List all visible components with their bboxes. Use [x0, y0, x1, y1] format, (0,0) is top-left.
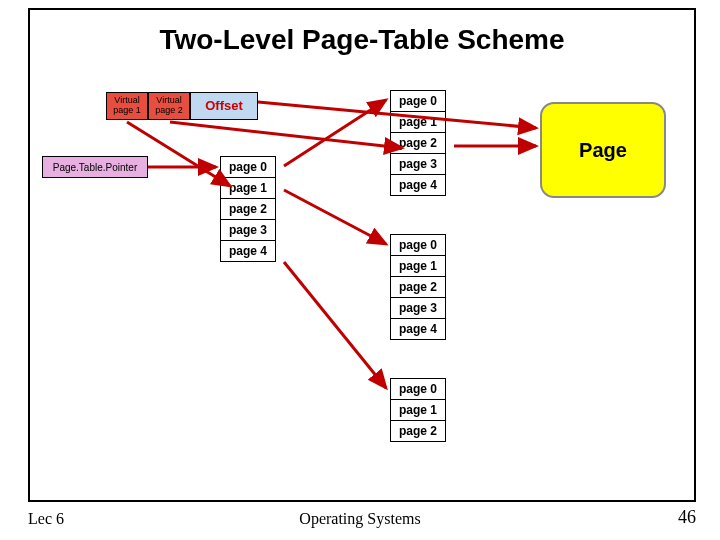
arrow-vp2-l2 [170, 122, 402, 148]
l2a-cell: page 3 [391, 154, 446, 175]
level2-table-b: page 0 page 1 page 2 page 3 page 4 [390, 234, 446, 340]
l2c-cell: page 0 [391, 379, 446, 400]
virtual-page-2-box: Virtual page 2 [148, 92, 190, 120]
l2a-cell: page 1 [391, 112, 446, 133]
l1-cell: page 3 [221, 220, 276, 241]
arrow-l1-l2b [284, 190, 386, 244]
footer-center: Operating Systems [0, 510, 720, 528]
l2b-cell: page 2 [391, 277, 446, 298]
offset-box: Offset [190, 92, 258, 120]
l2a-cell: page 0 [391, 91, 446, 112]
page-box: Page [540, 102, 666, 198]
arrows-layer [30, 10, 694, 500]
l1-cell: page 1 [221, 178, 276, 199]
l1-cell: page 0 [221, 157, 276, 178]
level2-table-a: page 0 page 1 page 2 page 3 page 4 [390, 90, 446, 196]
l2a-cell: page 4 [391, 175, 446, 196]
arrow-l1-l2c [284, 262, 386, 388]
l2b-cell: page 3 [391, 298, 446, 319]
l2b-cell: page 1 [391, 256, 446, 277]
l2c-cell: page 1 [391, 400, 446, 421]
l1-cell: page 4 [221, 241, 276, 262]
l1-cell: page 2 [221, 199, 276, 220]
slide: Two-Level Page-Table Scheme Virtual page… [0, 0, 720, 540]
l2c-cell: page 2 [391, 421, 446, 442]
l2b-cell: page 0 [391, 235, 446, 256]
slide-title: Two-Level Page-Table Scheme [30, 24, 694, 56]
level1-table: page 0 page 1 page 2 page 3 page 4 [220, 156, 276, 262]
virtual-page-1-box: Virtual page 1 [106, 92, 148, 120]
l2b-cell: page 4 [391, 319, 446, 340]
l2a-cell: page 2 [391, 133, 446, 154]
page-table-pointer-box: Page.Table.Pointer [42, 156, 148, 178]
level2-table-c: page 0 page 1 page 2 [390, 378, 446, 442]
slide-frame: Two-Level Page-Table Scheme Virtual page… [28, 8, 696, 502]
footer-right: 46 [678, 507, 696, 528]
arrow-l1-l2a [284, 100, 386, 166]
